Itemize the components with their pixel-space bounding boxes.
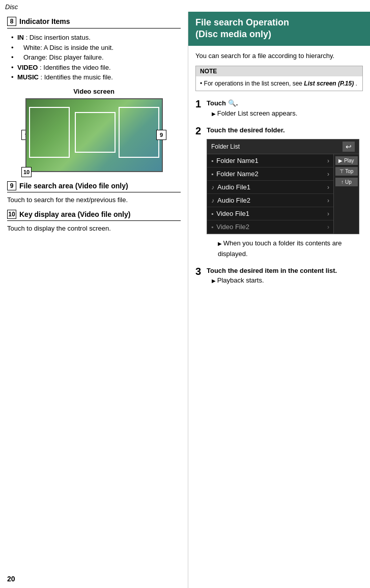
audio-icon: ♪ bbox=[211, 184, 214, 191]
video-icon: ▪ bbox=[211, 223, 213, 231]
note-box: NOTE • For operations in the list screen… bbox=[195, 66, 363, 91]
top-button[interactable]: ⊤ Top bbox=[335, 167, 358, 176]
section10-title: Key display area (Video file only) bbox=[19, 210, 130, 218]
video-screen-img bbox=[25, 98, 163, 172]
folder-icon: ▪ bbox=[211, 157, 213, 164]
step3-num: 3 bbox=[195, 266, 201, 277]
section9: 9 File search area (Video file only) Tou… bbox=[7, 181, 181, 205]
video-file-name: Video File2 bbox=[216, 223, 249, 231]
note-content: • For operations in the list screen, see… bbox=[196, 76, 362, 91]
step3: 3 Touch the desired item in the content … bbox=[195, 266, 363, 286]
step2-result: When you touch a folder its contents are… bbox=[212, 238, 363, 260]
list-item[interactable]: ▪ Video File1 › bbox=[207, 207, 333, 220]
section8-title: Indicator Items bbox=[19, 17, 70, 25]
chevron-icon: › bbox=[327, 197, 329, 204]
video-file-name: Video File1 bbox=[216, 210, 249, 217]
bullet-in-white: White: A Disc is inside the unit. bbox=[11, 43, 181, 53]
play-button[interactable]: ▶ Play bbox=[335, 156, 358, 165]
folder-icon: ▪ bbox=[211, 171, 213, 178]
section9-heading: 9 File search area (Video file only) bbox=[7, 181, 181, 192]
section8-heading: 8 Indicator Items bbox=[7, 17, 181, 29]
folder-list-back-btn[interactable]: ↩ bbox=[343, 142, 355, 152]
step2-result-arrow: When you touch a folder its contents are… bbox=[218, 239, 341, 258]
bullet-video-text: : Identifies the video file. bbox=[40, 64, 110, 71]
video-overlay-center bbox=[75, 112, 116, 153]
step1-detail: Folder List screen appears. bbox=[212, 108, 363, 119]
section10-num: 10 bbox=[7, 210, 16, 219]
folder-list-screenshot: Folder List ↩ ▪ Folder Name1 › bbox=[207, 139, 359, 234]
folder-name: Folder Name2 bbox=[216, 170, 258, 178]
audio-icon: ♪ bbox=[211, 197, 214, 204]
video-overlay-left bbox=[29, 107, 70, 158]
keyword-music: MUSIC bbox=[17, 73, 39, 81]
folder-list-body: ▪ Folder Name1 › ▪ Folder Name2 bbox=[207, 154, 359, 234]
step2-num: 2 bbox=[195, 125, 201, 137]
chevron-icon: › bbox=[327, 171, 329, 178]
video-screen-wrapper: 9 9 10 bbox=[7, 98, 181, 172]
video-icon: ▪ bbox=[211, 210, 213, 217]
badge-10: 10 bbox=[21, 167, 32, 177]
section10-text: Touch to display the control screen. bbox=[7, 223, 181, 234]
list-item[interactable]: ▪ Video File2 › bbox=[207, 220, 333, 234]
list-item[interactable]: ▪ Folder Name2 › bbox=[207, 167, 333, 181]
step3-instruction: Touch the desired item in the content li… bbox=[207, 266, 363, 276]
audio-file-name: Audio File2 bbox=[217, 197, 250, 204]
bullet-music: MUSIC : Identifies the music file. bbox=[11, 72, 181, 82]
right-column: File search Operation (Disc media only) … bbox=[188, 12, 370, 588]
note-link[interactable]: List screen (P.15) bbox=[304, 80, 354, 87]
chevron-icon: › bbox=[327, 210, 329, 217]
note-bullet-end: . bbox=[355, 80, 357, 87]
left-column: 8 Indicator Items IN : Disc insertion st… bbox=[0, 12, 188, 588]
section8-num: 8 bbox=[7, 17, 16, 26]
section9-text: Touch to search for the next/previous fi… bbox=[7, 195, 181, 205]
file-search-title-line2: (Disc media only) bbox=[195, 29, 271, 39]
bullet-in: IN : Disc insertion status. bbox=[11, 33, 181, 43]
section10-heading: 10 Key display area (Video file only) bbox=[7, 210, 181, 221]
page-number: 20 bbox=[7, 575, 15, 583]
section8-bullets: IN : Disc insertion status. White: A Dis… bbox=[7, 33, 181, 82]
note-bullet-dot: • bbox=[200, 80, 204, 87]
file-search-header: File search Operation (Disc media only) bbox=[188, 12, 370, 46]
chevron-icon: › bbox=[327, 184, 329, 191]
intro-text: You can search for a file according to h… bbox=[195, 51, 363, 61]
top-label: Disc bbox=[0, 0, 370, 12]
chevron-icon: › bbox=[327, 223, 329, 231]
keyword-video: VIDEO bbox=[17, 64, 38, 71]
file-search-title-line1: File search Operation bbox=[195, 17, 289, 27]
video-overlay-right bbox=[119, 107, 159, 158]
keyword-in: IN bbox=[17, 34, 24, 41]
list-item[interactable]: ♪ Audio File1 › bbox=[207, 181, 333, 194]
step2-instruction: Touch the desired folder. bbox=[207, 125, 363, 135]
video-screen-label: Video screen bbox=[7, 88, 181, 95]
right-content: You can search for a file according to h… bbox=[188, 51, 370, 286]
folder-list-sidebar: ▶ Play ⊤ Top ↑ Up bbox=[333, 154, 359, 234]
section10: 10 Key display area (Video file only) To… bbox=[7, 210, 181, 234]
step2: 2 Touch the desired folder. Folder List … bbox=[195, 125, 363, 260]
search-icon: 🔍 bbox=[228, 99, 236, 107]
section9-title: File search area (Video file only) bbox=[19, 182, 128, 190]
note-header: NOTE bbox=[196, 66, 362, 76]
badge-9-right: 9 bbox=[156, 130, 166, 140]
bullet-in-orange: Orange: Disc player failure. bbox=[11, 52, 181, 63]
bullet-music-text: : Identifies the music file. bbox=[41, 73, 113, 81]
step1-num: 1 bbox=[195, 98, 201, 110]
chevron-icon: › bbox=[327, 157, 329, 164]
step1: 1 Touch 🔍. Folder List screen appears. bbox=[195, 98, 363, 119]
folder-name: Folder Name1 bbox=[216, 157, 258, 164]
audio-file-name: Audio File1 bbox=[217, 183, 250, 191]
bullet-in-text: : Disc insertion status. bbox=[26, 34, 91, 41]
content-area: 8 Indicator Items IN : Disc insertion st… bbox=[0, 12, 370, 588]
page-container: Disc 8 Indicator Items IN : Disc inserti… bbox=[0, 0, 370, 588]
step3-detail: Playback starts. bbox=[212, 275, 363, 286]
section9-num: 9 bbox=[7, 181, 16, 190]
folder-list-items: ▪ Folder Name1 › ▪ Folder Name2 bbox=[207, 154, 333, 234]
folder-list-header-text: Folder List bbox=[211, 143, 240, 150]
folder-list-header: Folder List ↩ bbox=[207, 139, 359, 154]
list-item[interactable]: ▪ Folder Name1 › bbox=[207, 154, 333, 167]
up-button[interactable]: ↑ Up bbox=[335, 178, 358, 186]
list-item[interactable]: ♪ Audio File2 › bbox=[207, 194, 333, 207]
note-bullet-text: For operations in the list screen, see bbox=[204, 80, 304, 87]
bullet-video: VIDEO : Identifies the video file. bbox=[11, 63, 181, 73]
step1-instruction: Touch 🔍. bbox=[207, 98, 363, 108]
